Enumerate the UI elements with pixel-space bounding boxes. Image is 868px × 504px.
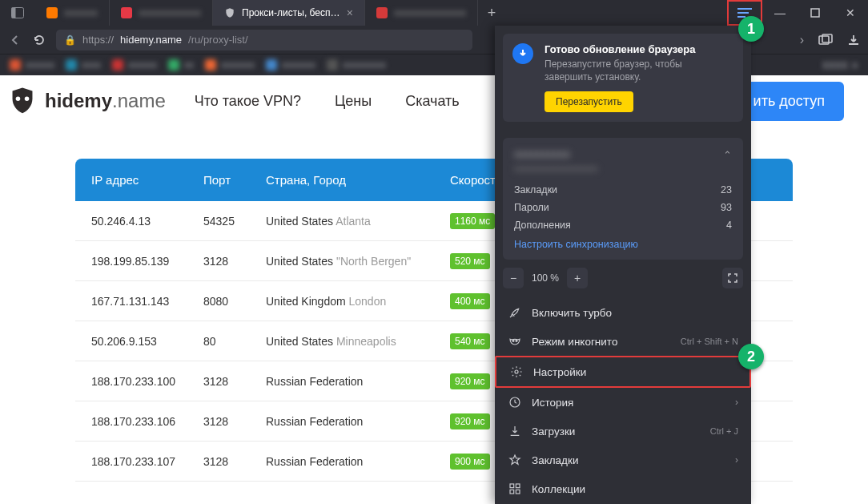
cell-port: 3128 xyxy=(203,455,266,468)
sync-settings-link[interactable]: Настроить синхронизацию xyxy=(514,239,638,250)
url-host: hidemy.name xyxy=(120,34,182,46)
tab-label: Прокси-листы, беспла xyxy=(242,7,340,18)
maximize-button[interactable] xyxy=(798,0,833,26)
fullscreen-button[interactable] xyxy=(722,268,743,288)
th-port: Порт xyxy=(203,173,266,187)
close-icon[interactable]: × xyxy=(347,6,353,19)
svg-rect-5 xyxy=(811,9,819,17)
menu-item-label: Режим инкогнито xyxy=(532,336,617,348)
cell-ip: 188.170.233.107 xyxy=(91,455,203,468)
tabs-overview-icon[interactable] xyxy=(818,34,833,46)
cell-port: 54325 xyxy=(203,215,266,228)
th-location: Страна, Город xyxy=(266,173,450,187)
nav-link-download[interactable]: Скачать xyxy=(405,93,460,110)
cell-ip: 167.71.131.143 xyxy=(91,295,203,308)
menu-item-mask[interactable]: Режим инкогнитоCtrl + Shift + N xyxy=(495,327,751,356)
cell-location: Russian Federation xyxy=(266,375,450,388)
chevron-right-icon[interactable]: › xyxy=(800,33,804,47)
menu-item-star[interactable]: Закладки› xyxy=(495,446,751,474)
annotation-badge-2: 2 xyxy=(738,344,764,369)
tab-1[interactable]: xxxxxxx xyxy=(35,0,110,26)
download-icon xyxy=(508,424,522,438)
stat-value: 4 xyxy=(726,220,732,231)
nav-link-vpn[interactable]: Что такое VPN? xyxy=(195,93,301,110)
url-path: /ru/proxy-list/ xyxy=(188,34,247,46)
site-nav: Что такое VPN? Цены Скачать xyxy=(195,93,460,110)
update-card: Готово обновление браузера Перезапустите… xyxy=(503,34,743,122)
menu-item-label: Закладки xyxy=(532,454,578,466)
cell-port: 3128 xyxy=(203,415,266,428)
svg-rect-14 xyxy=(510,484,514,488)
menu-item-download[interactable]: ЗагрузкиCtrl + J xyxy=(495,417,751,446)
svg-point-12 xyxy=(515,370,518,373)
cell-location: United States Minneapolis xyxy=(266,335,450,348)
close-window-button[interactable]: ✕ xyxy=(833,0,868,26)
download-icon xyxy=(512,43,533,64)
zoom-in-button[interactable]: + xyxy=(567,268,588,288)
window-controls: — ✕ xyxy=(762,0,868,26)
menu-item-clock[interactable]: История› xyxy=(495,388,751,417)
rocket-icon xyxy=(508,305,522,320)
annotation-badge-1: 1 xyxy=(738,16,764,42)
svg-rect-15 xyxy=(516,484,520,488)
account-stat-row: Пароли93 xyxy=(514,199,732,216)
cell-location: United States Atlanta xyxy=(266,215,450,228)
cell-ip: 188.170.233.106 xyxy=(91,415,203,428)
menu-item-grid[interactable]: Коллекции xyxy=(495,474,751,503)
sidebar-toggle-icon[interactable] xyxy=(0,0,35,26)
shortcut-label: Ctrl + Shift + N xyxy=(681,337,738,346)
tab-2[interactable]: xxxxxxxxxxxxx xyxy=(110,0,213,26)
cell-location: Russian Federation xyxy=(266,415,450,428)
zoom-out-button[interactable]: − xyxy=(503,268,524,288)
svg-point-11 xyxy=(516,341,517,342)
chevron-right-icon: › xyxy=(735,454,738,466)
stat-label: Пароли xyxy=(514,202,549,213)
menu-item-rocket[interactable]: Включить турбо xyxy=(495,298,751,327)
restart-button[interactable]: Перезапустить xyxy=(545,91,633,112)
cell-location: United States "North Bergen" xyxy=(266,255,450,268)
menu-item-label: История xyxy=(532,397,573,409)
menu-item-gear[interactable]: Настройки xyxy=(495,356,751,388)
site-logo[interactable]: hidemy.name xyxy=(8,87,166,115)
svg-point-9 xyxy=(25,96,30,101)
browser-menu-panel: Готово обновление браузера Перезапустите… xyxy=(495,26,751,504)
svg-point-8 xyxy=(16,96,21,101)
gear-icon xyxy=(509,365,524,379)
cell-port: 8080 xyxy=(203,295,266,308)
back-button[interactable] xyxy=(8,34,22,46)
cell-port: 3128 xyxy=(203,255,266,268)
menu-item-label: Коллекции xyxy=(532,483,585,495)
cell-port: 80 xyxy=(203,335,266,348)
cell-ip: 50.246.4.13 xyxy=(91,215,203,228)
nav-link-prices[interactable]: Цены xyxy=(335,93,372,110)
svg-rect-16 xyxy=(510,490,514,494)
chevron-right-icon: › xyxy=(735,397,738,408)
stat-value: 23 xyxy=(721,184,732,196)
shield-icon xyxy=(224,7,235,18)
menu-item-label: Настройки xyxy=(533,366,586,378)
grid-icon xyxy=(508,482,522,496)
reload-button[interactable] xyxy=(32,34,46,46)
stat-label: Закладки xyxy=(514,184,557,196)
menu-item-label: Загрузки xyxy=(532,425,575,437)
clock-icon xyxy=(508,395,522,409)
account-stat-row: Дополнения4 xyxy=(514,216,732,234)
downloads-icon[interactable] xyxy=(847,34,860,46)
new-tab-button[interactable]: + xyxy=(478,0,505,26)
svg-rect-17 xyxy=(516,490,520,494)
url-input[interactable]: 🔒 https://hidemy.name/ru/proxy-list/ xyxy=(56,30,472,50)
shield-icon xyxy=(8,87,37,115)
svg-rect-1 xyxy=(12,8,16,18)
update-sub: Перезапустите браузер, чтобы завершить у… xyxy=(545,58,732,83)
cell-ip: 50.206.9.153 xyxy=(91,335,203,348)
cell-location: Russian Federation xyxy=(266,455,450,468)
tab-4[interactable]: xxxxxxxxxxxxxxx xyxy=(365,0,478,26)
zoom-controls: − 100 % + xyxy=(503,268,743,288)
minimize-button[interactable]: — xyxy=(762,0,798,26)
update-title: Готово обновление браузера xyxy=(545,43,732,55)
tab-3-active[interactable]: Прокси-листы, беспла × xyxy=(213,0,365,26)
cell-location: United Kingdom London xyxy=(266,295,450,308)
lock-icon: 🔒 xyxy=(64,34,76,46)
zoom-value: 100 % xyxy=(532,272,559,284)
titlebar: xxxxxxx xxxxxxxxxxxxx Прокси-листы, бесп… xyxy=(0,0,868,26)
